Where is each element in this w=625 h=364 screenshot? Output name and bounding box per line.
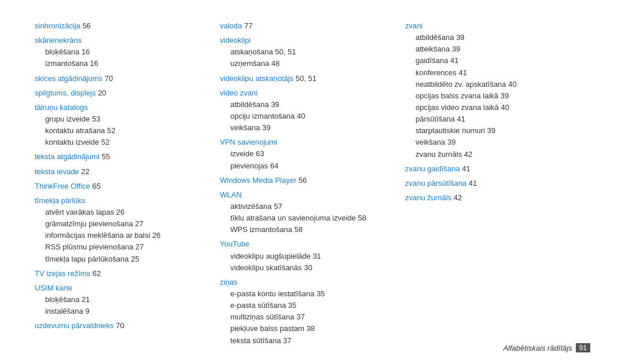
- page-num: 30: [304, 263, 312, 272]
- index-link[interactable]: ziņas: [220, 278, 237, 286]
- index-sub-entry: aktivizēšana 57: [220, 201, 394, 212]
- index-sub-entry: zvanu žurnāls 42: [405, 149, 579, 160]
- index-sub-entry: atbildēšana 39: [405, 32, 579, 43]
- index-link[interactable]: skārienekrāns: [35, 36, 82, 45]
- page-num: 39: [456, 33, 464, 42]
- index-link[interactable]: skices atgādinājums: [35, 74, 102, 83]
- index-link[interactable]: zvanu žurnāls: [405, 193, 451, 202]
- index-sub-entry: veikšana 39: [405, 137, 579, 148]
- index-link[interactable]: ThinkFree Office: [35, 182, 90, 190]
- index-link[interactable]: sinhronizācija: [35, 21, 80, 30]
- page-num: 39: [452, 45, 460, 53]
- index-top-entry: zvanu gaidīšana 41: [405, 163, 579, 175]
- index-sub-entry: opcijas video zvana laikā 40: [405, 102, 579, 113]
- index-link[interactable]: valoda: [220, 21, 242, 30]
- index-sub-entry: instalēšana 9: [35, 306, 208, 317]
- page-num: 16: [82, 47, 90, 56]
- footer: Alfabētiskais rādītājs 91: [503, 343, 590, 352]
- index-link[interactable]: Windows Media Player: [220, 176, 296, 185]
- page-num: 50, 51: [296, 74, 317, 83]
- index-link[interactable]: teksta atgādinājumi: [35, 152, 100, 161]
- index-sub-entry: multiziņas sūtīšana 37: [220, 311, 394, 323]
- index-top-entry: videoklipu atskaņotājs 50, 51: [220, 73, 394, 84]
- page-num: 40: [501, 103, 509, 112]
- page-num: 70: [105, 74, 113, 83]
- index-top-entry: skārienekrānsbloķēšana 16izmantošana 16: [35, 35, 208, 69]
- page-num: 41: [457, 115, 465, 123]
- index-link[interactable]: videoklipu atskaņotājs: [220, 74, 293, 83]
- columns-container: sinhronizācija 56skārienekrānsbloķēšana …: [35, 17, 590, 323]
- index-sub-entry: atskaņošana 50, 51: [220, 46, 394, 58]
- page-num: 31: [312, 252, 321, 260]
- page-num: 48: [271, 59, 280, 68]
- index-link[interactable]: teksta ievade: [35, 167, 79, 176]
- page-num: 21: [82, 295, 90, 304]
- index-link[interactable]: spilgtums, displejs: [35, 89, 96, 97]
- page-num: 40: [508, 80, 516, 89]
- page-num: 57: [274, 202, 282, 211]
- footer-page: 91: [576, 343, 590, 352]
- page-num: 42: [464, 150, 472, 159]
- index-link[interactable]: tālruņu katalogs: [35, 103, 88, 112]
- index-top-entry: ThinkFree Office 65: [35, 181, 208, 192]
- index-sub-entry: pārsūtīšana 41: [405, 113, 579, 125]
- index-link[interactable]: uzdevumu pārvaldnieks: [35, 321, 114, 330]
- page-num: 38: [307, 324, 315, 333]
- page-num: 58: [358, 214, 366, 222]
- page-num: 39: [262, 123, 270, 132]
- page-num: 58: [295, 225, 303, 234]
- page-num: 39: [271, 100, 279, 109]
- index-link[interactable]: TV izejas režīms: [35, 269, 90, 278]
- index-link[interactable]: tīmekļa pārlūks: [35, 196, 85, 205]
- index-top-entry: Windows Media Player 56: [220, 175, 394, 186]
- page-num: 35: [288, 301, 296, 310]
- page-num: 64: [270, 161, 278, 170]
- index-page: sinhronizācija 56skārienekrānsbloķēšana …: [0, 0, 625, 364]
- index-sub-entry: grāmatzīmju pievienošana 27: [35, 218, 208, 230]
- index-link[interactable]: zvanu gaidīšana: [405, 164, 460, 173]
- index-sub-entry: izmantošana 16: [35, 58, 208, 69]
- index-top-entry: USIM kartebloķēšana 21instalēšana 9: [35, 282, 208, 317]
- index-sub-entry: RSS plūsmu pievienošana 27: [35, 241, 208, 253]
- footer-label: Alfabētiskais rādītājs: [503, 344, 572, 352]
- index-sub-entry: opciju izmantošana 40: [220, 111, 394, 122]
- index-link[interactable]: YouTube: [220, 240, 249, 248]
- index-link[interactable]: zvani: [405, 21, 422, 30]
- index-sub-entry: opcijas balss zvana laikā 39: [405, 90, 579, 102]
- page-num: 9: [85, 307, 89, 315]
- page-num: 52: [101, 138, 109, 146]
- page-num: 42: [454, 193, 462, 202]
- index-sub-entry: atvērt vairākas lapas 26: [35, 207, 208, 218]
- index-sub-entry: pievienojas 64: [220, 160, 394, 172]
- index-sub-entry: kontaktu izveide 52: [35, 137, 208, 148]
- page-num: 52: [107, 126, 115, 135]
- index-top-entry: spilgtums, displejs 20: [35, 87, 208, 99]
- index-sub-entry: tīmekļa lapu pārlūkošana 25: [35, 253, 208, 265]
- page-num: 35: [317, 289, 325, 298]
- page-num: 41: [450, 56, 458, 65]
- index-top-entry: valoda 77: [220, 20, 394, 32]
- page-num: 77: [244, 21, 252, 30]
- index-link[interactable]: zvanu pārsūtīšana: [405, 179, 466, 187]
- index-sub-entry: WPS izmantošana 58: [220, 224, 394, 236]
- index-top-entry: ziņase-pasta kontu iestatīšana 35e-pasta…: [220, 277, 394, 347]
- index-link[interactable]: USIM karte: [35, 284, 72, 292]
- index-sub-entry: grupu izveide 53: [35, 113, 208, 125]
- index-link[interactable]: videoklipi: [220, 36, 251, 45]
- page-num: 56: [82, 21, 90, 30]
- page-num: 20: [98, 89, 106, 97]
- index-top-entry: uzdevumu pārvaldnieks 70: [35, 320, 208, 332]
- index-link[interactable]: VPN savienojumi: [220, 138, 277, 146]
- page-num: 39: [487, 126, 495, 135]
- index-link[interactable]: WLAN: [220, 190, 242, 199]
- index-sub-entry: informācijas meklēšana ar balsi 26: [35, 230, 208, 241]
- index-sub-entry: atteikšana 39: [405, 43, 579, 55]
- page-num: 27: [135, 219, 143, 228]
- index-top-entry: WLANaktivizēšana 57tīklu atrašana un sav…: [220, 189, 394, 236]
- page-num: 65: [92, 182, 100, 190]
- index-top-entry: teksta atgādinājumi 55: [35, 151, 208, 163]
- index-link[interactable]: video zvani: [220, 89, 258, 97]
- index-top-entry: tīmekļa pārlūksatvērt vairākas lapas 26g…: [35, 195, 208, 265]
- index-top-entry: zvaniatbildēšana 39atteikšana 39gaidīšan…: [405, 20, 579, 160]
- index-sub-entry: piekļuve balss pastam 38: [220, 323, 394, 334]
